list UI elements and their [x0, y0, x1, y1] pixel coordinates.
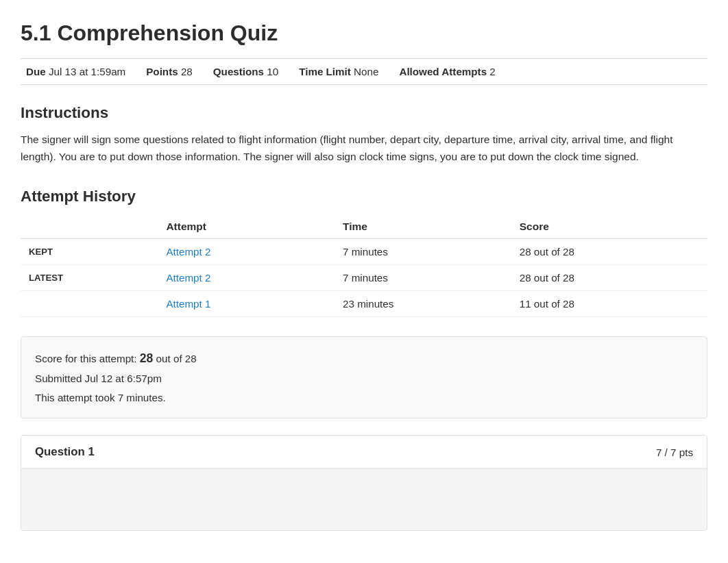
due-label: Due [26, 66, 46, 77]
row-time: 7 minutes [335, 264, 511, 290]
question-content [21, 468, 707, 530]
meta-due: Due Jul 13 at 1:59am [21, 66, 139, 77]
instructions-body: The signer will sign some questions rela… [21, 132, 707, 166]
col-header-time: Time [335, 215, 511, 239]
row-label: LATEST [21, 264, 158, 290]
duration-line: This attempt took 7 minutes. [35, 388, 693, 407]
score-line: Score for this attempt: 28 out of 28 [35, 348, 693, 370]
row-attempt[interactable]: Attempt 2 [158, 238, 335, 264]
points-value-text: 28 [181, 66, 193, 77]
row-score: 28 out of 28 [511, 238, 707, 264]
attempt-table: Attempt Time Score KEPTAttempt 27 minute… [21, 215, 707, 317]
table-row: LATESTAttempt 27 minutes28 out of 28 [21, 264, 707, 290]
attempt-link[interactable]: Attempt 2 [166, 272, 210, 284]
allowed-attempts-label: Allowed Attempts [399, 66, 487, 77]
question-title: Question 1 [35, 445, 95, 459]
row-attempt[interactable]: Attempt 1 [158, 290, 335, 316]
page-title: 5.1 Comprehension Quiz [21, 21, 707, 46]
score-summary: Score for this attempt: 28 out of 28 Sub… [21, 336, 707, 418]
row-label [21, 290, 158, 316]
row-label: KEPT [21, 238, 158, 264]
score-label: Score for this attempt: [35, 353, 137, 364]
time-limit-value-text: None [354, 66, 378, 77]
meta-bar: Due Jul 13 at 1:59am Points 28 Questions… [21, 58, 707, 85]
row-score: 28 out of 28 [511, 264, 707, 290]
points-label: Points [146, 66, 178, 77]
row-attempt[interactable]: Attempt 2 [158, 264, 335, 290]
col-header-score: Score [511, 215, 707, 239]
table-row: Attempt 123 minutes11 out of 28 [21, 290, 707, 316]
instructions-title: Instructions [21, 104, 707, 122]
questions-value-text: 10 [267, 66, 278, 77]
attempt-history-title: Attempt History [21, 188, 707, 205]
row-time: 23 minutes [335, 290, 511, 316]
question-section: Question 1 7 / 7 pts [21, 435, 707, 531]
attempt-link[interactable]: Attempt 1 [166, 298, 210, 310]
question-pts: 7 / 7 pts [656, 447, 693, 458]
col-header-empty [21, 215, 158, 239]
meta-time-limit: Time Limit None [299, 66, 392, 77]
submitted-line: Submitted Jul 12 at 6:57pm [35, 369, 693, 388]
col-header-attempt: Attempt [158, 215, 335, 239]
score-out-of-text: out of 28 [156, 353, 197, 364]
meta-points: Points 28 [146, 66, 206, 77]
question-header: Question 1 7 / 7 pts [21, 436, 707, 468]
score-value: 28 [140, 351, 154, 365]
meta-allowed-attempts: Allowed Attempts 2 [399, 66, 509, 77]
instructions-section: Instructions The signer will sign some q… [21, 104, 707, 166]
row-time: 7 minutes [335, 238, 511, 264]
questions-label: Questions [213, 66, 264, 77]
table-row: KEPTAttempt 27 minutes28 out of 28 [21, 238, 707, 264]
row-score: 11 out of 28 [511, 290, 707, 316]
time-limit-label: Time Limit [299, 66, 351, 77]
attempt-link[interactable]: Attempt 2 [166, 246, 210, 258]
meta-questions: Questions 10 [213, 66, 292, 77]
attempt-history-section: Attempt History Attempt Time Score KEPTA… [21, 188, 707, 317]
due-value-text: Jul 13 at 1:59am [49, 66, 125, 77]
allowed-attempts-value-text: 2 [489, 66, 495, 77]
